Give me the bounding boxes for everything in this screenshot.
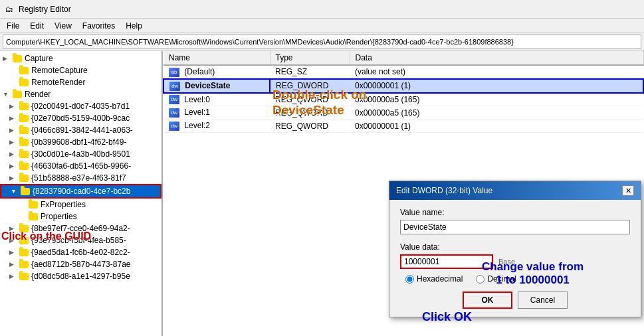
label-properties: Properties <box>41 212 77 221</box>
table-row[interactable]: ab (Default) REG_SZ (value not set) <box>163 65 643 79</box>
col-data[interactable]: Data <box>350 51 643 65</box>
arrow-guid6: ▶ <box>9 163 19 169</box>
dialog-value-name-input[interactable] <box>400 220 630 234</box>
folder-icon-guid6 <box>19 161 29 171</box>
base-label: Base <box>498 258 515 266</box>
reg-icon-level1: dw <box>169 108 179 118</box>
reg-icon-level2: dw <box>169 122 179 131</box>
folder-icon-selected-guid <box>20 187 31 196</box>
cell-data-default: (value not set) <box>350 65 643 79</box>
tree-item-guid6[interactable]: ▶ {46630fa6-db51-465b-9966- <box>0 160 161 172</box>
tree-item-guid9[interactable]: ▶ {93e795cb-f5bf-4fea-b585- <box>0 234 161 246</box>
radio-decimal[interactable]: Decimal <box>476 274 516 284</box>
cell-type-default: REG_SZ <box>270 65 350 79</box>
label-guid9: {93e795cb-f5bf-4fea-b585- <box>31 236 126 245</box>
tree-item-guid5[interactable]: ▶ {30c0d01e-4a3b-40bd-9501 <box>0 148 161 160</box>
dialog-ok-button[interactable]: OK <box>463 292 512 309</box>
registry-table: Name Type Data ab (Default) REG_SZ (valu… <box>163 51 644 133</box>
app-icon: 🗂 <box>4 4 15 15</box>
menu-bar: File Edit View Favorites Help <box>0 19 644 33</box>
table-row-level0[interactable]: dw Level:0 REG_QWORD 0x000000a5 (165) <box>163 93 643 106</box>
arrow-guid11: ▶ <box>9 261 19 268</box>
dialog-cancel-button[interactable]: Cancel <box>518 292 568 309</box>
cell-type-level2: REG_QWORD <box>270 120 350 133</box>
table-row-devicestate[interactable]: dw DeviceState REG_DWORD 0x00000001 (1) <box>163 79 643 93</box>
tree-item-remoterender[interactable]: RemoteRender <box>0 76 161 88</box>
folder-icon-guid4 <box>19 137 29 147</box>
label-guid8: {8be97ef7-cce0-4e69-94a2- <box>31 224 130 233</box>
cell-name-level1: Level:1 <box>184 108 210 117</box>
arrow-guid5: ▶ <box>9 151 19 157</box>
tree-item-guid4[interactable]: ▶ {0b399608-dbf1-4f62-bf49- <box>0 136 161 148</box>
folder-icon-guid11 <box>19 260 29 269</box>
tree-item-guid7[interactable]: ▶ {51b58888-e37e-4f63-81f7 <box>0 172 161 184</box>
label-guid12: {d08dc5d8-a1e1-4297-b95e <box>31 272 130 281</box>
tree-items: ▶ Capture RemoteCapture RemoteRender ▼ R… <box>0 51 161 284</box>
label-guid3: {0466c891-3842-4441-a063- <box>31 126 133 135</box>
arrow-guid1: ▶ <box>9 103 19 110</box>
menu-favorites[interactable]: Favorites <box>78 21 119 31</box>
arrow-guid8: ▶ <box>9 225 19 232</box>
folder-icon-guid8 <box>19 224 29 233</box>
menu-file[interactable]: File <box>3 21 23 31</box>
tree-item-selected-guid[interactable]: ▼ {8283790d-cad0-4ce7-bc2b <box>0 184 161 199</box>
menu-edit[interactable]: Edit <box>26 21 48 31</box>
arrow-guid3: ▶ <box>9 127 19 133</box>
cell-name-level2: Level:2 <box>184 121 210 130</box>
col-name[interactable]: Name <box>163 51 270 65</box>
tree-item-guid10[interactable]: ▶ {9aed5da1-fc6b-4e02-82c2- <box>0 246 161 258</box>
cell-data-level1: 0x000000a5 (165) <box>350 106 643 120</box>
tree-item-properties[interactable]: Properties <box>0 210 161 222</box>
folder-icon-remotecapture <box>19 66 29 75</box>
right-pane: Name Type Data ab (Default) REG_SZ (valu… <box>163 51 644 336</box>
col-type[interactable]: Type <box>270 51 350 65</box>
cell-type-level0: REG_QWORD <box>270 93 350 106</box>
tree-item-guid3[interactable]: ▶ {0466c891-3842-4441-a063- <box>0 124 161 136</box>
tree-item-guid11[interactable]: ▶ {aed8712b-587b-4473-87ae <box>0 258 161 270</box>
label-remotecapture: RemoteCapture <box>31 66 88 75</box>
app-title: Registry Editor <box>19 5 71 14</box>
folder-icon-guid10 <box>19 248 29 257</box>
folder-icon-fxproperties <box>28 200 39 209</box>
main-content: ▶ Capture RemoteCapture RemoteRender ▼ R… <box>0 50 644 336</box>
arrow-guid2: ▶ <box>9 115 19 122</box>
cell-type-level1: REG_QWORD <box>270 106 350 120</box>
dialog-title-bar: Edit DWORD (32-bit) Value ✕ <box>389 181 641 200</box>
folder-icon-guid3 <box>19 126 29 135</box>
folder-icon-guid9 <box>19 236 29 245</box>
tree-item-remotecapture[interactable]: RemoteCapture <box>0 64 161 76</box>
table-row-level1[interactable]: dw Level:1 REG_QWORD 0x000000a5 (165) <box>163 106 643 120</box>
menu-view[interactable]: View <box>51 21 76 31</box>
tree-pane: ▶ Capture RemoteCapture RemoteRender ▼ R… <box>0 51 163 336</box>
dialog-close-button[interactable]: ✕ <box>622 185 634 196</box>
cell-name-level0: Level:0 <box>184 95 210 104</box>
dialog-value-data-label: Value data: <box>400 242 630 252</box>
cell-name-devicestate: DeviceState <box>185 81 230 90</box>
label-fxproperties: FxProperties <box>41 200 86 209</box>
label-guid7: {51b58888-e37e-4f63-81f7 <box>31 173 126 183</box>
folder-icon-properties <box>28 212 39 221</box>
label-guid11: {aed8712b-587b-4473-87ae <box>31 260 130 269</box>
label-guid1: {02c00491-d0c7-4035-b7d1 <box>31 102 130 111</box>
tree-item-capture[interactable]: ▶ Capture <box>0 52 161 64</box>
arrow-capture: ▶ <box>3 55 12 62</box>
arrow-guid10: ▶ <box>9 249 19 256</box>
menu-help[interactable]: Help <box>122 21 146 31</box>
title-bar: 🗂 Registry Editor <box>0 0 644 19</box>
folder-icon-guid12 <box>19 272 29 281</box>
dialog-value-data-input[interactable] <box>400 254 493 269</box>
reg-icon-level0: dw <box>169 95 179 104</box>
address-path: Computer\HKEY_LOCAL_MACHINE\SOFTWARE\Mic… <box>6 38 514 46</box>
tree-item-render[interactable]: ▼ Render <box>0 88 161 100</box>
tree-item-guid12[interactable]: ▶ {d08dc5d8-a1e1-4297-b95e <box>0 270 161 282</box>
label-guid2: {02e70bd5-5159-400b-9cac <box>31 114 130 123</box>
tree-item-guid1[interactable]: ▶ {02c00491-d0c7-4035-b7d1 <box>0 100 161 112</box>
dialog-title: Edit DWORD (32-bit) Value <box>396 186 492 195</box>
tree-item-guid8[interactable]: ▶ {8be97ef7-cce0-4e69-94a2- <box>0 222 161 234</box>
tree-item-guid2[interactable]: ▶ {02e70bd5-5159-400b-9cac <box>0 112 161 124</box>
tree-item-fxproperties[interactable]: FxProperties <box>0 199 161 210</box>
dialog-edit-dword: Edit DWORD (32-bit) Value ✕ Value name: … <box>389 181 641 317</box>
table-row-level2[interactable]: dw Level:2 REG_QWORD 0x00000001 (1) <box>163 120 643 133</box>
radio-hexadecimal[interactable]: Hexadecimal <box>405 274 463 284</box>
folder-icon-guid2 <box>19 114 29 123</box>
